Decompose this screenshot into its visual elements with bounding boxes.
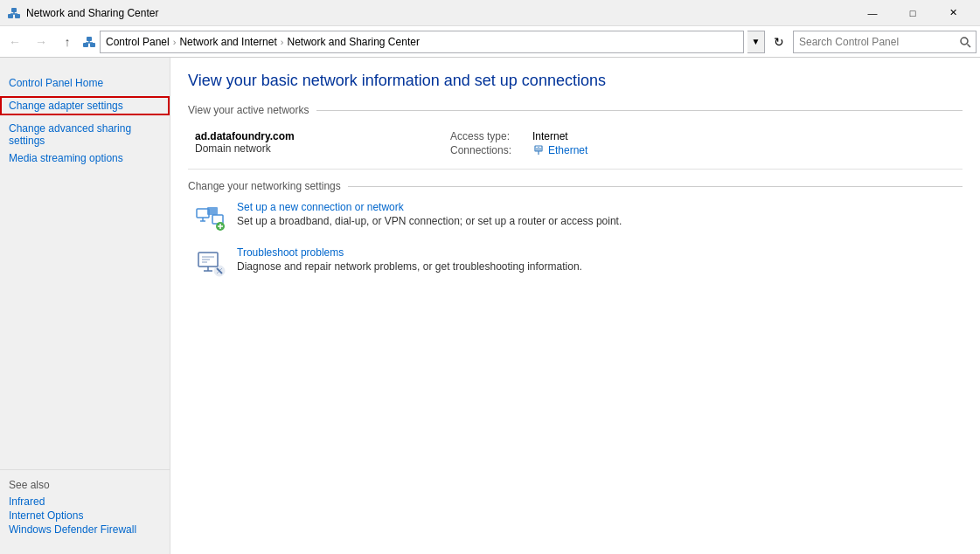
sidebar-footer: See also Infrared Internet Options Windo… <box>0 469 170 545</box>
access-type-value: Internet <box>532 130 568 142</box>
path-network-internet[interactable]: Network and Internet <box>179 36 276 48</box>
svg-point-10 <box>961 38 968 45</box>
sidebar-item-control-panel-home[interactable]: Control Panel Home <box>0 75 170 91</box>
window-controls: — □ ✕ <box>852 0 973 26</box>
maximize-button[interactable]: □ <box>893 0 933 26</box>
infrared-link[interactable]: Infrared <box>9 495 161 509</box>
up-button[interactable]: ↑ <box>56 31 79 53</box>
troubleshoot-item: Troubleshoot problems Diagnose and repai… <box>188 246 963 278</box>
title-bar: Network and Sharing Center — □ ✕ <box>0 0 980 26</box>
new-connection-text: Set up a new connection or network Set u… <box>237 201 963 227</box>
forward-button[interactable]: → <box>30 31 52 53</box>
sidebar-item-change-adapter[interactable]: Change adapter settings <box>0 96 170 115</box>
sidebar: Control Panel Home Change adapter settin… <box>0 58 170 554</box>
change-settings-title: Change your networking settings <box>188 180 963 192</box>
address-path: Control Panel › Network and Internet › N… <box>100 31 744 53</box>
new-connection-desc: Set up a broadband, dial-up, or VPN conn… <box>237 215 963 227</box>
svg-line-11 <box>968 44 971 47</box>
svg-rect-17 <box>197 209 209 218</box>
troubleshoot-icon <box>195 246 226 278</box>
see-also-label: See also <box>9 479 161 491</box>
svg-rect-2 <box>11 8 17 12</box>
network-name: ad.datafoundry.com <box>195 130 450 142</box>
new-connection-item: Set up a new connection or network Set u… <box>188 201 963 232</box>
active-networks-title: View your active networks <box>188 104 963 116</box>
content-area: View your basic network information and … <box>170 58 980 554</box>
network-info-box: ad.datafoundry.com Domain network Access… <box>188 123 963 170</box>
access-type-label: Access type: <box>450 130 529 142</box>
troubleshoot-text: Troubleshoot problems Diagnose and repai… <box>237 246 963 273</box>
new-connection-svg <box>196 202 226 232</box>
troubleshoot-desc: Diagnose and repair network problems, or… <box>237 260 963 273</box>
sidebar-item-change-advanced[interactable]: Change advanced sharingsettings <box>0 121 170 149</box>
close-button[interactable]: ✕ <box>933 0 973 26</box>
svg-rect-7 <box>87 37 92 41</box>
app-icon <box>7 6 21 20</box>
main-container: Control Panel Home Change adapter settin… <box>0 58 980 554</box>
svg-rect-20 <box>207 207 218 215</box>
troubleshoot-svg <box>196 247 226 277</box>
sidebar-item-media-streaming[interactable]: Media streaming options <box>0 149 170 166</box>
new-connection-icon <box>195 201 226 232</box>
search-icon <box>959 36 971 48</box>
internet-options-link[interactable]: Internet Options <box>9 509 161 523</box>
path-icon <box>82 35 96 49</box>
search-button[interactable] <box>955 31 976 52</box>
search-input[interactable] <box>794 36 955 48</box>
windows-defender-link[interactable]: Windows Defender Firewall <box>9 523 161 537</box>
troubleshoot-link[interactable]: Troubleshoot problems <box>237 246 344 259</box>
ethernet-link[interactable]: Ethernet <box>532 144 587 156</box>
new-connection-link[interactable]: Set up a new connection or network <box>237 201 404 213</box>
refresh-button[interactable]: ↻ <box>768 31 789 53</box>
address-dropdown[interactable]: ▼ <box>747 31 765 53</box>
path-network-sharing[interactable]: Network and Sharing Center <box>287 36 419 48</box>
ethernet-label: Ethernet <box>548 144 587 156</box>
network-type: Domain network <box>195 142 450 155</box>
connections-label: Connections: <box>450 144 529 156</box>
back-button[interactable]: ← <box>3 31 26 53</box>
change-settings-section: Change your networking settings <box>188 180 963 278</box>
address-bar: ← → ↑ Control Panel › Network and Intern… <box>0 26 980 58</box>
ethernet-icon <box>532 144 545 156</box>
path-control-panel[interactable]: Control Panel <box>106 36 170 48</box>
search-box <box>793 31 977 53</box>
page-heading: View your basic network information and … <box>188 72 963 90</box>
minimize-button[interactable]: — <box>852 0 893 26</box>
window-title: Network and Sharing Center <box>26 7 158 19</box>
